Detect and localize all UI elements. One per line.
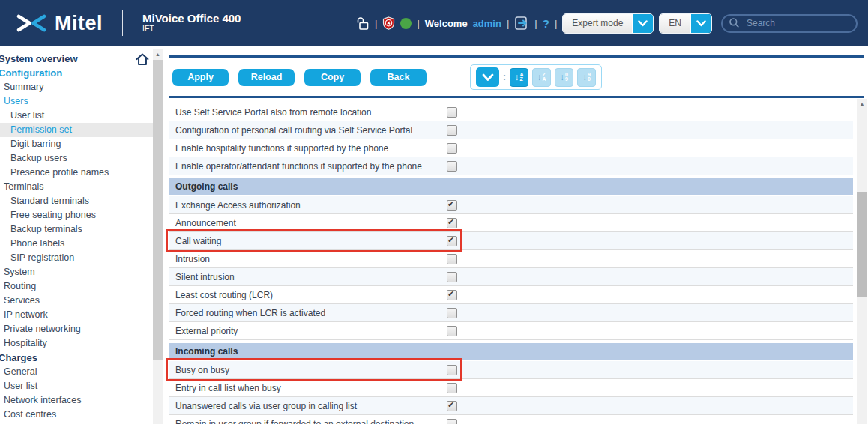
table-row: Enable operator/attendant functions if s… xyxy=(169,157,853,175)
mode-select[interactable]: Expert mode xyxy=(562,13,654,34)
sort-az-button[interactable]: ↓AZ xyxy=(510,68,528,87)
content-scrollbar[interactable]: ▲ xyxy=(857,99,867,424)
sidebar-item-permission-set[interactable]: Permission set xyxy=(0,123,153,137)
setting-label: Call waiting xyxy=(175,236,447,246)
sidebar-scrollbar-thumb[interactable] xyxy=(153,60,163,360)
sidebar-item-user-list[interactable]: User list xyxy=(0,379,165,393)
sidebar-item-presence-profile-names[interactable]: Presence profile names xyxy=(0,166,165,180)
settings-table: Use Self Service Portal also from remote… xyxy=(169,103,853,424)
separator: | xyxy=(507,18,509,29)
checkbox[interactable] xyxy=(447,365,457,375)
sidebar-item-configuration[interactable]: Configuration xyxy=(0,66,165,80)
checkbox[interactable] xyxy=(447,401,457,411)
checkbox[interactable] xyxy=(447,272,457,282)
sidebar-item-standard-terminals[interactable]: Standard terminals xyxy=(0,194,165,208)
sidebar-item-cost-centres[interactable]: Cost centres xyxy=(0,408,165,422)
chevron-down-icon[interactable] xyxy=(632,14,653,33)
chevron-down-icon[interactable] xyxy=(690,14,711,33)
header-right-group: | | Welcome admin | | ? | xyxy=(356,13,858,34)
back-button[interactable]: Back xyxy=(370,69,427,86)
sidebar-item-network-interfaces[interactable]: Network interfaces xyxy=(0,393,165,408)
sidebar-item-sip-registration[interactable]: SIP registration xyxy=(0,251,165,265)
table-row: Remain in user group if forwarded to an … xyxy=(169,415,853,424)
sidebar-item-general[interactable]: General xyxy=(0,365,165,379)
sidebar-item-phone-labels[interactable]: Phone labels xyxy=(0,237,165,251)
search-box xyxy=(721,14,858,33)
sidebar-scrollbar[interactable]: ▲ xyxy=(153,49,163,424)
sidebar-item-summary[interactable]: Summary xyxy=(0,80,165,94)
sidebar-item-ip-network[interactable]: IP network xyxy=(0,308,165,322)
home-icon[interactable] xyxy=(135,52,150,67)
checkbox[interactable] xyxy=(447,308,457,318)
sidebar-item-routing[interactable]: Routing xyxy=(0,279,165,294)
welcome-label: Welcome xyxy=(425,18,468,29)
checkbox[interactable] xyxy=(447,143,457,154)
sidebar-item-user-list[interactable]: User list xyxy=(0,109,165,123)
language-select-value: EN xyxy=(660,14,690,33)
checkbox[interactable] xyxy=(447,218,457,228)
checkbox[interactable] xyxy=(447,326,457,336)
content-scrollbar-thumb[interactable] xyxy=(857,192,867,297)
sort-letters: AZ xyxy=(519,73,523,82)
checkbox[interactable] xyxy=(447,254,457,264)
checkbox[interactable] xyxy=(447,383,457,393)
arrow-down-icon: ↓ xyxy=(514,72,519,82)
setting-label: Entry in call list when busy xyxy=(175,383,447,393)
sidebar-item-digit-barring[interactable]: Digit barring xyxy=(0,137,165,151)
checkbox[interactable] xyxy=(447,125,457,136)
logout-icon[interactable] xyxy=(514,16,529,31)
sidebar-item-hospitality[interactable]: Hospitality xyxy=(0,336,165,351)
sidebar-item-private-networking[interactable]: Private networking xyxy=(0,322,165,336)
apply-button[interactable]: Apply xyxy=(172,69,229,86)
product-subtitle: IFT xyxy=(142,25,241,33)
sidebar-item-services[interactable]: Services xyxy=(0,294,165,308)
mitel-logo: Mitel xyxy=(15,12,103,35)
scroll-up-arrow-icon[interactable]: ▲ xyxy=(153,49,163,59)
sort-90-button[interactable]: ↓90 xyxy=(577,68,596,87)
setting-label: Remain in user group if forwarded to an … xyxy=(175,419,447,424)
help-button[interactable]: ? xyxy=(543,17,549,30)
sidebar-item-backup-terminals[interactable]: Backup terminals xyxy=(0,222,165,237)
setting-label: Intrusion xyxy=(175,254,447,264)
reload-button[interactable]: Reload xyxy=(238,69,295,86)
sort-za-button[interactable]: ↓ZA xyxy=(532,68,551,87)
checkbox[interactable] xyxy=(447,419,457,424)
sort-control-group: : ↓AZ↓ZA↓09↓90 xyxy=(470,64,602,90)
search-input[interactable] xyxy=(721,14,858,33)
sort-09-button[interactable]: ↓09 xyxy=(555,68,573,87)
table-row: Configuration of personal call routing v… xyxy=(169,121,853,139)
toolbar-buttons: ApplyReloadCopyBack xyxy=(172,69,436,86)
table-row: Announcement xyxy=(169,214,853,232)
table-row: Entry in call list when busy xyxy=(169,379,853,397)
chevron-down-icon[interactable] xyxy=(476,67,499,87)
sidebar-item-terminals[interactable]: Terminals xyxy=(0,180,165,194)
checkbox[interactable] xyxy=(447,200,457,211)
checkbox[interactable] xyxy=(447,290,457,300)
copy-button[interactable]: Copy xyxy=(304,69,361,86)
scroll-up-arrow-icon[interactable]: ▲ xyxy=(857,99,867,109)
sidebar-item-users[interactable]: Users xyxy=(0,94,165,109)
checkbox[interactable] xyxy=(447,236,457,246)
table-row: Forced routing when LCR is activated xyxy=(169,304,853,322)
username-link[interactable]: admin xyxy=(473,18,501,29)
sidebar-item-backup-users[interactable]: Backup users xyxy=(0,151,165,166)
setting-label: Forced routing when LCR is activated xyxy=(175,308,447,318)
header-bar: Mitel MiVoice Office 400 IFT | xyxy=(0,0,868,46)
checkbox[interactable] xyxy=(447,107,457,118)
checkbox[interactable] xyxy=(447,161,457,172)
setting-label: Announcement xyxy=(175,218,447,228)
sidebar-item-system[interactable]: System xyxy=(0,265,165,279)
mitel-bowtie-icon xyxy=(15,13,48,33)
section-header-incoming-calls: Incoming calls xyxy=(169,343,853,360)
language-select[interactable]: EN xyxy=(659,13,712,34)
product-name: MiVoice Office 400 xyxy=(142,13,241,25)
sort-letters: 90 xyxy=(588,73,591,82)
sort-options: ↓AZ↓ZA↓09↓90 xyxy=(510,68,596,87)
unlock-icon[interactable] xyxy=(356,16,370,31)
shield-alert-icon[interactable] xyxy=(382,16,395,30)
sort-letters: 09 xyxy=(565,73,568,82)
bottom-rule xyxy=(169,96,864,98)
sidebar-item-free-seating-phones[interactable]: Free seating phones xyxy=(0,208,165,222)
setting-label: Silent intrusion xyxy=(175,272,447,282)
sidebar-item-charges[interactable]: Charges xyxy=(0,351,165,365)
